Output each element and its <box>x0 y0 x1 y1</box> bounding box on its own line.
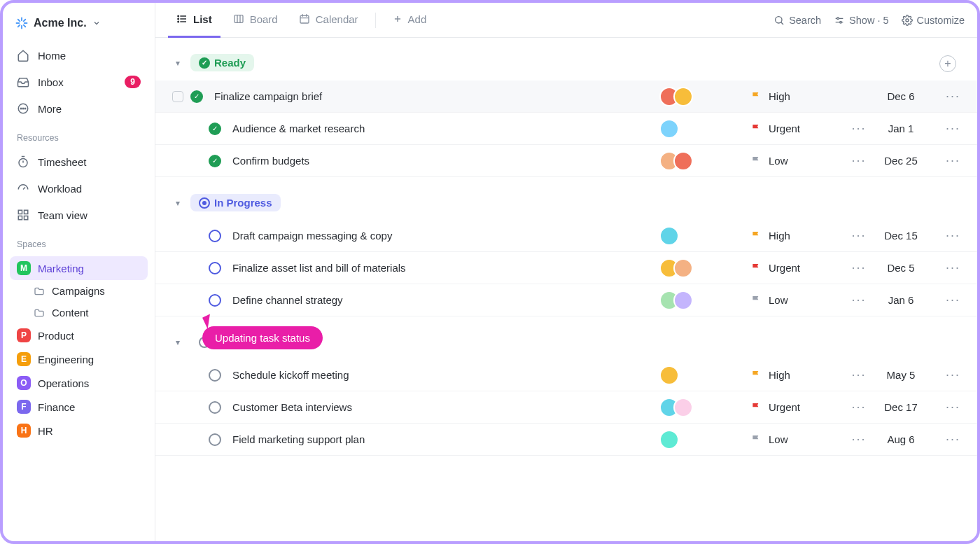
workspace-switcher[interactable]: Acme Inc. <box>10 13 148 41</box>
folder-item[interactable]: Campaigns <box>10 280 148 302</box>
priority-cell[interactable]: Urgent <box>750 123 848 134</box>
due-date[interactable]: Dec 25 <box>869 155 932 167</box>
task-row[interactable]: Define channel strategy Low ··· Jan 6 ··… <box>155 284 977 316</box>
nav-timesheet[interactable]: Timesheet <box>10 150 148 174</box>
avatar[interactable] <box>659 119 679 139</box>
space-item-product[interactable]: PProduct <box>10 323 148 347</box>
row-more-button[interactable]: ··· <box>932 260 960 275</box>
task-status-icon[interactable]: ✓ <box>209 123 221 135</box>
assignees[interactable] <box>659 398 750 417</box>
space-item-engineering[interactable]: EEngineering <box>10 347 148 371</box>
task-checkbox[interactable] <box>172 91 183 102</box>
due-date[interactable]: Dec 17 <box>869 401 932 413</box>
priority-cell[interactable]: High <box>750 230 848 242</box>
subtasks-indicator[interactable]: ··· <box>848 432 869 447</box>
task-row[interactable]: ✓ Confirm budgets Low ··· Dec 25 ··· <box>155 145 977 177</box>
priority-cell[interactable]: High <box>750 369 848 381</box>
search-button[interactable]: Search <box>774 15 821 26</box>
task-row[interactable]: Finalize asset list and bill of material… <box>155 252 977 284</box>
view-tab-list[interactable]: List <box>168 3 220 38</box>
show-columns-button[interactable]: Show · 5 <box>834 15 888 26</box>
due-date[interactable]: Jan 1 <box>869 123 932 134</box>
nav-inbox[interactable]: Inbox 9 <box>10 70 148 94</box>
row-more-button[interactable]: ··· <box>932 368 960 382</box>
row-more-button[interactable]: ··· <box>932 153 960 168</box>
avatar[interactable] <box>673 151 693 171</box>
space-item-marketing[interactable]: MMarketing <box>10 256 148 280</box>
assignees[interactable] <box>659 291 750 310</box>
priority-cell[interactable]: Low <box>750 294 848 306</box>
task-row[interactable]: ✓ Finalize campaign brief High Dec 6 ··· <box>155 81 977 113</box>
subtasks-indicator[interactable]: ··· <box>848 228 869 243</box>
task-status-icon[interactable] <box>209 401 221 414</box>
space-item-finance[interactable]: FFinance <box>10 395 148 419</box>
collapse-toggle[interactable]: ▾ <box>172 198 183 208</box>
avatar[interactable] <box>673 258 693 278</box>
priority-cell[interactable]: Low <box>750 155 848 167</box>
task-row[interactable]: Draft campaign messaging & copy High ···… <box>155 220 977 252</box>
avatar[interactable] <box>659 226 679 246</box>
subtasks-indicator[interactable]: ··· <box>848 293 869 307</box>
subtasks-indicator[interactable]: ··· <box>848 153 869 168</box>
group-status-pill[interactable]: In Progress <box>190 194 281 211</box>
due-date[interactable]: Dec 6 <box>869 90 932 102</box>
nav-home[interactable]: Home <box>10 43 148 67</box>
assignees[interactable] <box>659 151 750 171</box>
view-tab-calendar[interactable]: Calendar <box>290 3 367 38</box>
task-status-icon[interactable]: ✓ <box>190 90 203 103</box>
add-view-button[interactable]: Add <box>384 3 435 38</box>
row-more-button[interactable]: ··· <box>932 89 960 104</box>
priority-cell[interactable]: Urgent <box>750 401 848 413</box>
customize-button[interactable]: Customize <box>902 15 965 26</box>
nav-teamview[interactable]: Team view <box>10 203 148 227</box>
assignees[interactable] <box>659 365 750 385</box>
row-more-button[interactable]: ··· <box>932 121 960 136</box>
task-status-icon[interactable] <box>209 433 221 446</box>
nav-more[interactable]: More <box>10 97 148 120</box>
avatar[interactable] <box>659 430 679 449</box>
task-row[interactable]: Customer Beta interviews Urgent ··· Dec … <box>155 391 977 424</box>
task-status-icon[interactable] <box>209 262 221 274</box>
priority-cell[interactable]: Low <box>750 433 848 445</box>
space-item-operations[interactable]: OOperations <box>10 371 148 395</box>
subtasks-indicator[interactable]: ··· <box>848 121 869 136</box>
task-row[interactable]: Field marketing support plan Low ··· Aug… <box>155 424 977 456</box>
priority-cell[interactable]: High <box>750 90 848 102</box>
due-date[interactable]: Jan 6 <box>869 294 932 306</box>
assignees[interactable] <box>659 258 750 278</box>
assignees[interactable] <box>659 87 750 106</box>
task-status-icon[interactable] <box>209 230 221 242</box>
row-more-button[interactable]: ··· <box>932 432 960 447</box>
row-more-button[interactable]: ··· <box>932 293 960 307</box>
collapse-toggle[interactable]: ▾ <box>172 337 183 347</box>
assignees[interactable] <box>659 226 750 246</box>
subtasks-indicator[interactable]: ··· <box>848 400 869 414</box>
group-status-pill[interactable]: ✓Ready <box>190 54 254 71</box>
subtasks-indicator[interactable]: ··· <box>848 368 869 382</box>
due-date[interactable]: May 5 <box>869 369 932 381</box>
due-date[interactable]: Dec 5 <box>869 262 932 274</box>
due-date[interactable]: Dec 15 <box>869 230 932 242</box>
assignees[interactable] <box>659 430 750 449</box>
task-status-icon[interactable] <box>209 369 221 382</box>
task-row[interactable]: ✓ Audience & market research Urgent ··· … <box>155 113 977 145</box>
collapse-toggle[interactable]: ▾ <box>172 58 183 68</box>
folder-item[interactable]: Content <box>10 302 148 323</box>
task-status-icon[interactable] <box>209 294 221 307</box>
row-more-button[interactable]: ··· <box>932 228 960 243</box>
task-row[interactable]: Schedule kickoff meeting High ··· May 5 … <box>155 359 977 391</box>
view-tab-board[interactable]: Board <box>225 3 286 38</box>
avatar[interactable] <box>673 398 693 417</box>
priority-cell[interactable]: Urgent <box>750 262 848 274</box>
avatar[interactable] <box>673 291 693 310</box>
row-more-button[interactable]: ··· <box>932 400 960 414</box>
avatar[interactable] <box>673 87 693 106</box>
subtasks-indicator[interactable]: ··· <box>848 260 869 275</box>
due-date[interactable]: Aug 6 <box>869 433 932 445</box>
add-task-button[interactable]: + <box>939 53 960 72</box>
assignees[interactable] <box>659 119 750 139</box>
task-status-icon[interactable]: ✓ <box>209 155 221 167</box>
space-item-hr[interactable]: HHR <box>10 419 148 442</box>
avatar[interactable] <box>659 365 679 385</box>
nav-workload[interactable]: Workload <box>10 176 148 200</box>
